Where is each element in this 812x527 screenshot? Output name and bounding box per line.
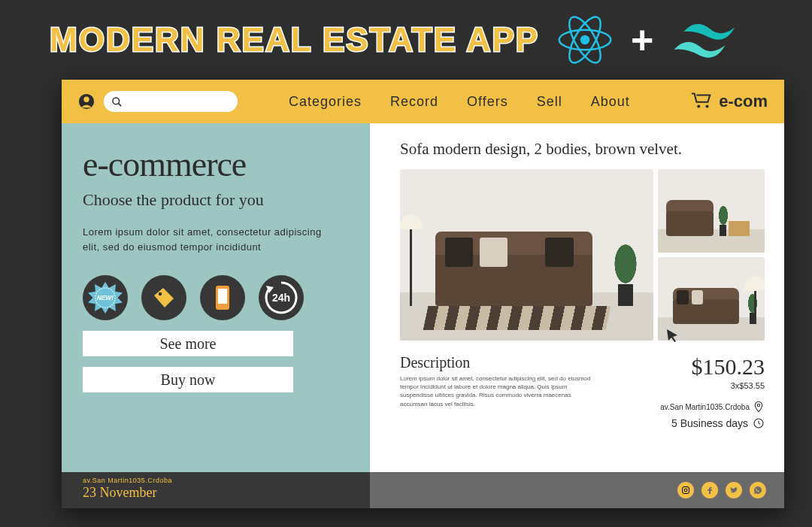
svg-point-22 [687, 488, 688, 489]
footer-address: av.San Martin1035.Crdoba [83, 477, 349, 484]
buy-now-button[interactable]: Buy now [83, 367, 293, 392]
banner: Modern Real Estate App + [50, 11, 753, 69]
top-nav: Categories Record Offers Sell About e-co… [62, 80, 784, 123]
svg-rect-15 [218, 289, 227, 304]
react-logo-icon [556, 11, 614, 69]
svg-point-8 [697, 104, 700, 108]
nav-record[interactable]: Record [390, 94, 438, 110]
instagram-icon[interactable] [677, 482, 694, 498]
svg-point-6 [113, 97, 120, 104]
hero-heading: e-commerce [83, 144, 349, 184]
plus-icon: + [631, 17, 653, 62]
left-panel: e-commerce Choose the product for you Lo… [62, 123, 370, 472]
product-address: av.San Martin1035.Crdoba [660, 401, 765, 413]
svg-text:NEW!: NEW! [97, 295, 114, 301]
brand-text: e-com [719, 92, 768, 111]
nav-about[interactable]: About [591, 94, 630, 110]
facebook-icon[interactable] [701, 482, 718, 498]
footer: av.San Martin1035.Crdoba 23 November [62, 472, 784, 508]
svg-point-18 [757, 404, 759, 406]
tag-icon[interactable] [141, 275, 186, 320]
shipping-info: 5 Business days [660, 417, 765, 429]
svg-line-7 [118, 103, 121, 106]
user-icon[interactable] [78, 93, 95, 110]
svg-text:24h: 24h [272, 292, 290, 304]
banner-title: Modern Real Estate App [50, 23, 539, 56]
phone-icon[interactable] [200, 275, 245, 320]
brand[interactable]: e-com [690, 91, 768, 112]
footer-date: 23 November [83, 485, 349, 501]
new-badge-icon[interactable]: NEW! [83, 275, 128, 320]
see-more-button[interactable]: See more [83, 331, 293, 356]
price: $150.23 [660, 354, 765, 380]
app-card: Categories Record Offers Sell About e-co… [62, 80, 784, 508]
thumbnail-1[interactable] [658, 169, 765, 253]
nav-links: Categories Record Offers Sell About [289, 94, 630, 110]
cart-icon [690, 91, 713, 112]
svg-point-0 [580, 35, 589, 44]
clock-icon [753, 417, 765, 429]
description-row: Description Lorem ipsum dolor sit amet, … [400, 354, 765, 429]
svg-point-13 [159, 292, 162, 295]
24h-icon[interactable]: 24h [259, 275, 304, 320]
gallery [400, 169, 765, 341]
description-text: Lorem ipsum dolor sit amet, consectetur … [400, 374, 595, 408]
twitter-icon[interactable] [726, 482, 742, 498]
nav-sell[interactable]: Sell [537, 94, 562, 110]
right-panel: Sofa modern design, 2 bodies, brown velv… [370, 123, 784, 472]
main-image[interactable] [400, 169, 653, 341]
tailwind-logo-icon [670, 14, 753, 65]
card-body: e-commerce Choose the product for you Lo… [62, 123, 784, 472]
hero-sub: Choose the product for you [83, 190, 349, 210]
nav-categories[interactable]: Categories [289, 94, 362, 110]
feature-icons: NEW! [83, 275, 349, 320]
whatsapp-icon[interactable] [750, 482, 766, 498]
hero-paragraph: Lorem ipsum dolor sit amet, consectetur … [83, 225, 331, 254]
svg-point-21 [684, 489, 687, 492]
description-heading: Description [400, 354, 638, 371]
nav-offers[interactable]: Offers [467, 94, 508, 110]
price-installments: 3x$53.55 [660, 381, 765, 390]
search-input[interactable] [104, 91, 238, 112]
map-pin-icon [753, 401, 765, 413]
footer-right [370, 472, 784, 508]
cursor-icon [665, 328, 680, 343]
footer-left: av.San Martin1035.Crdoba 23 November [62, 472, 370, 508]
search-icon [111, 96, 123, 108]
svg-point-5 [83, 97, 89, 102]
product-title: Sofa modern design, 2 bodies, brown velv… [400, 140, 765, 159]
svg-point-9 [706, 104, 709, 108]
